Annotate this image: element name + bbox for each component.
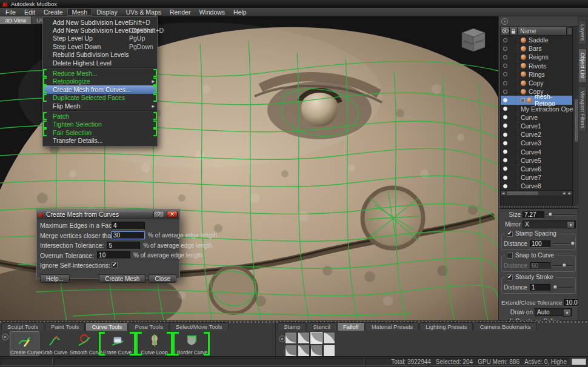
- menu-item-fair-selection[interactable]: Fair Selection: [43, 128, 157, 136]
- visibility-toggle[interactable]: [503, 176, 507, 180]
- list-item[interactable]: Rings: [501, 70, 572, 79]
- falloff-preset-3-selected[interactable]: [310, 332, 322, 344]
- menu-display[interactable]: Display: [92, 8, 121, 16]
- scroll-left-button2[interactable]: ◂: [561, 191, 567, 196]
- distance-input[interactable]: [530, 240, 550, 248]
- falloff-preset-7[interactable]: [310, 345, 322, 357]
- draw-on-dropdown[interactable]: Auto: [535, 308, 572, 316]
- tab-paint-tools[interactable]: Paint Tools: [45, 322, 85, 331]
- distance-slider[interactable]: [552, 263, 573, 268]
- tab-select-move-tools[interactable]: Select/Move Tools: [170, 322, 229, 331]
- visibility-toggle[interactable]: [503, 150, 507, 154]
- list-item[interactable]: Curve8: [501, 182, 572, 190]
- tab-pose-tools[interactable]: Pose Tools: [129, 322, 169, 331]
- menu-item-step-level-down[interactable]: Step Level DownPgDown: [43, 42, 157, 50]
- scroll-right-button[interactable]: ▸: [567, 191, 572, 196]
- menu-windows[interactable]: Windows: [195, 8, 229, 16]
- overrun-tolerance-input[interactable]: [97, 251, 130, 259]
- visibility-toggle[interactable]: [503, 141, 507, 145]
- list-item[interactable]: Curve2: [501, 130, 572, 139]
- list-item[interactable]: Curve7: [501, 173, 572, 182]
- list-item[interactable]: Bars: [501, 44, 572, 53]
- tab-stamp[interactable]: Stamp: [278, 322, 306, 331]
- falloff-preset-2[interactable]: [298, 332, 310, 344]
- tool-erase-curve[interactable]: Erase Curve: [102, 331, 132, 356]
- slider-knob[interactable]: [562, 263, 567, 268]
- list-item[interactable]: Curve1: [501, 122, 572, 130]
- snap-to-curve-checkbox[interactable]: [507, 253, 513, 259]
- list-item-selected[interactable]: mesh-Retopo: [501, 96, 572, 104]
- menu-item-flip-mesh[interactable]: Flip Mesh: [43, 102, 157, 110]
- tab-material-presets[interactable]: Material Presets: [366, 322, 419, 331]
- tab-camera-bookmarks[interactable]: Camera Bookmarks: [473, 322, 536, 331]
- visibility-toggle[interactable]: [503, 55, 507, 59]
- ignore-self-intersections-checkbox[interactable]: [112, 262, 118, 268]
- list-item[interactable]: Reigns: [501, 53, 572, 61]
- list-item[interactable]: Saddle: [501, 36, 572, 44]
- visibility-toggle[interactable]: [503, 167, 507, 171]
- falloff-preset-5[interactable]: [285, 345, 297, 357]
- menu-item-create-mesh-from-curves[interactable]: Create Mesh from Curves...: [43, 85, 157, 93]
- list-item[interactable]: Copy: [501, 79, 572, 87]
- list-item[interactable]: My Extraction Operation: [501, 105, 572, 113]
- menu-help[interactable]: Help: [229, 8, 251, 16]
- header-options-button[interactable]: [567, 27, 572, 35]
- tab-lighting-presets[interactable]: Lighting Presets: [419, 322, 473, 331]
- visibility-toggle[interactable]: [503, 81, 507, 85]
- expand-tray-button[interactable]: [279, 336, 286, 342]
- list-item[interactable]: Curve: [501, 113, 572, 122]
- tool-grab-curve[interactable]: Grab Curve: [39, 331, 69, 356]
- tool-curve-loop[interactable]: Curve Loop: [139, 331, 169, 356]
- menu-item-step-level-up[interactable]: Step Level UpPgUp: [43, 35, 157, 42]
- visibility-toggle[interactable]: [503, 38, 507, 42]
- list-item[interactable]: Curve4: [501, 147, 572, 156]
- menu-item-retopologize[interactable]: Retopologize: [43, 78, 157, 85]
- tab-stencil[interactable]: Stencil: [307, 322, 336, 331]
- menu-edit[interactable]: Edit: [20, 8, 39, 16]
- menu-item-duplicate-selected-faces[interactable]: Duplicate Selected Faces: [43, 94, 157, 102]
- menu-render[interactable]: Render: [165, 8, 195, 16]
- menu-uvs-maps[interactable]: UVs & Maps: [122, 8, 165, 16]
- slider-knob[interactable]: [548, 212, 553, 217]
- slider-knob[interactable]: [570, 241, 575, 246]
- tool-smooth-curve[interactable]: Smooth Curve: [69, 331, 99, 356]
- list-item[interactable]: Curve6: [501, 165, 572, 173]
- tab-layers[interactable]: Layers: [579, 20, 587, 45]
- tab-object-list[interactable]: Object List: [579, 48, 587, 83]
- name-column-header[interactable]: Name: [518, 27, 567, 35]
- tab-3d-view[interactable]: 3D View: [0, 16, 32, 24]
- menu-file[interactable]: File: [1, 8, 20, 16]
- create-mesh-button[interactable]: Create Mesh: [99, 274, 145, 283]
- view-cube-gizmo[interactable]: FRONT RIGHT: [457, 26, 490, 55]
- falloff-preset-1[interactable]: [285, 332, 297, 344]
- tool-create-curve[interactable]: Create Curve: [10, 331, 39, 356]
- list-item[interactable]: Rivots: [501, 62, 572, 70]
- falloff-preset-6[interactable]: [298, 345, 310, 357]
- menu-item-transfer-details[interactable]: Transfer Details...: [43, 136, 157, 144]
- menu-mesh[interactable]: Mesh: [67, 8, 93, 16]
- visibility-toggle[interactable]: [503, 90, 507, 94]
- close-button[interactable]: Close: [149, 274, 176, 283]
- expand-tray-button[interactable]: [2, 334, 8, 340]
- menu-item-add-subdivision-options[interactable]: Add New Subdivision Level OptionsCtrl+Sh…: [43, 26, 157, 34]
- size-slider[interactable]: [546, 212, 576, 217]
- visibility-toggle[interactable]: [503, 72, 507, 76]
- lock-column-header[interactable]: [510, 27, 518, 35]
- menu-create[interactable]: Create: [39, 8, 67, 16]
- visibility-toggle[interactable]: [503, 184, 507, 188]
- visibility-toggle[interactable]: [503, 107, 507, 111]
- visibility-toggle[interactable]: [503, 98, 507, 102]
- visibility-toggle[interactable]: [503, 115, 507, 119]
- tool-border-curve[interactable]: Border Curve: [176, 331, 206, 356]
- intersection-tolerance-input[interactable]: [107, 242, 140, 250]
- distance-input[interactable]: [530, 284, 550, 291]
- menu-item-patch[interactable]: Patch: [43, 112, 157, 120]
- falloff-preset-4[interactable]: [323, 332, 335, 344]
- list-item[interactable]: Curve5: [501, 156, 572, 165]
- distance-input[interactable]: [530, 262, 550, 269]
- merge-vertices-input[interactable]: [112, 231, 145, 239]
- scrollbar-thumb[interactable]: [507, 191, 538, 195]
- dialog-help-icon[interactable]: [153, 211, 164, 218]
- size-input[interactable]: [523, 211, 544, 219]
- tab-curve-tools[interactable]: Curve Tools: [85, 322, 128, 331]
